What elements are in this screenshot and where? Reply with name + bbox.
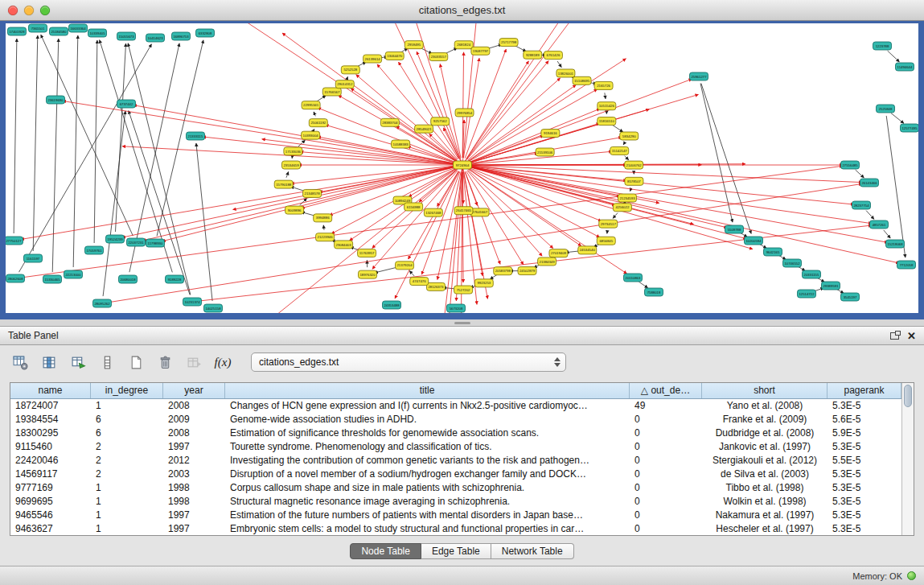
column-header-pagerank[interactable]: pagerank: [827, 383, 901, 398]
graph-node[interactable]: 15142147: [610, 146, 629, 154]
graph-node[interactable]: 24534540: [578, 246, 597, 254]
window-titlebar[interactable]: citations_edges.txt: [0, 0, 924, 21]
graph-node[interactable]: 9194616: [541, 130, 560, 138]
tab-edge-table[interactable]: Edge Table: [421, 543, 491, 559]
network-canvas[interactable]: 1740192873655012518458016633364103394051…: [6, 23, 918, 313]
graph-node[interactable]: 24353488: [383, 301, 401, 309]
graph-node[interactable]: 8578507: [625, 177, 643, 185]
graph-node[interactable]: 26139614: [363, 55, 382, 63]
graph-node[interactable]: 6156988: [405, 203, 423, 211]
graph-node[interactable]: 24502879: [518, 267, 536, 275]
graph-node[interactable]: 22037231: [127, 238, 146, 246]
graph-node[interactable]: 12577495: [901, 124, 919, 132]
panel-splitter[interactable]: [0, 319, 924, 326]
graph-node[interactable]: 15055673: [117, 32, 136, 40]
graph-node[interactable]: 27750127: [6, 237, 23, 245]
graph-node[interactable]: 21223946: [316, 233, 335, 241]
graph-node[interactable]: 21406762: [625, 161, 643, 169]
graph-node[interactable]: 28062608: [6, 274, 25, 282]
function-builder-button[interactable]: f(x): [212, 352, 233, 373]
graph-node[interactable]: 10339405: [88, 29, 107, 37]
graph-node[interactable]: 29734517: [599, 220, 618, 228]
graph-node[interactable]: 21348578: [303, 189, 322, 197]
table-mode-button[interactable]: [10, 352, 31, 373]
column-header-out_de[interactable]: △ out_de…: [630, 383, 702, 398]
new-table-button[interactable]: [125, 352, 146, 373]
table-row[interactable]: 1456911722003Disruption of a novel membe…: [10, 468, 901, 481]
graph-node[interactable]: 15108695: [573, 76, 591, 84]
graph-node[interactable]: 2681824: [454, 41, 473, 49]
graph-node[interactable]: 21384349: [538, 257, 556, 266]
table-scrollbar[interactable]: [901, 383, 914, 535]
graph-node[interactable]: 21234593: [618, 194, 636, 202]
graph-node[interactable]: 7712058: [897, 261, 916, 269]
graph-node[interactable]: 26417465: [454, 207, 473, 215]
graph-node[interactable]: 20331155: [803, 270, 821, 278]
graph-node[interactable]: 13826001: [556, 69, 575, 77]
graph-node[interactable]: 23033557: [429, 53, 448, 61]
graph-node[interactable]: 4747476: [410, 278, 429, 286]
graph-node[interactable]: 28126373: [426, 282, 445, 290]
graph-node[interactable]: 17133036: [284, 147, 302, 155]
graph-node[interactable]: 15218068: [886, 240, 905, 248]
table-row[interactable]: 1938455462009Genome-wide association stu…: [10, 413, 901, 426]
graph-node[interactable]: 21539106: [536, 148, 554, 156]
graph-node[interactable]: 9257562: [431, 117, 450, 126]
graph-node[interactable]: 29389591: [822, 282, 840, 290]
table-source-select[interactable]: citations_edges.txt: [251, 352, 566, 372]
table-row[interactable]: 2242004622012Investigating the contribut…: [10, 454, 901, 468]
graph-node[interactable]: 3994886: [314, 214, 332, 222]
graph-node[interactable]: 9724904: [454, 161, 472, 169]
graph-node[interactable]: 26143466: [860, 179, 879, 187]
graph-node[interactable]: 4256022: [613, 204, 631, 212]
graph-node[interactable]: 9189228: [166, 275, 184, 283]
column-header-name[interactable]: name: [10, 383, 91, 398]
graph-node[interactable]: 25061192: [309, 119, 327, 127]
table-row[interactable]: 946362711997Embryonic stem cells: a mode…: [10, 522, 901, 535]
graph-node[interactable]: 5509788: [725, 225, 744, 233]
graph-node[interactable]: 6761426: [544, 51, 562, 60]
graph-node[interactable]: 14025158: [204, 304, 223, 312]
close-window-button[interactable]: [8, 6, 18, 15]
graph-node[interactable]: 2959495: [405, 41, 423, 49]
graph-node[interactable]: 4857261: [870, 220, 889, 229]
zoom-window-button[interactable]: [40, 6, 50, 15]
graph-node[interactable]: 9923253: [474, 279, 493, 287]
table-row[interactable]: 911546021997Tourette syndrome. Phenomeno…: [10, 440, 901, 454]
graph-node[interactable]: 2165726: [594, 81, 613, 89]
graph-node[interactable]: 23619690: [47, 96, 65, 104]
graph-node[interactable]: 13064470: [385, 51, 404, 60]
graph-node[interactable]: 28383704: [380, 118, 399, 126]
row-height-button[interactable]: [97, 352, 117, 373]
create-column-button[interactable]: [68, 352, 88, 373]
graph-node[interactable]: 17401928: [8, 27, 27, 35]
scrollbar-thumb[interactable]: [904, 385, 912, 407]
graph-node[interactable]: 20680018: [119, 275, 138, 283]
graph-node[interactable]: 28549021: [415, 125, 433, 133]
tab-network-table[interactable]: Network Table: [491, 543, 574, 559]
table-row[interactable]: 977716911998Corpus callosum shape and si…: [10, 481, 901, 495]
graph-node[interactable]: 19087797: [471, 47, 490, 55]
graph-node[interactable]: 25184580: [50, 27, 68, 35]
column-header-title[interactable]: title: [225, 383, 630, 398]
graph-node[interactable]: 27641667: [470, 208, 489, 216]
graph-node[interactable]: 28237754: [852, 201, 871, 209]
graph-node[interactable]: 12514722: [798, 290, 816, 298]
import-table-button[interactable]: [183, 352, 204, 373]
graph-node[interactable]: 9009896: [285, 206, 304, 214]
graph-node[interactable]: 27019409: [549, 249, 568, 257]
graph-node[interactable]: 22213000: [64, 270, 83, 278]
graph-node[interactable]: 16896753: [172, 32, 191, 40]
graph-node[interactable]: 9288189: [524, 51, 542, 59]
column-header-short[interactable]: short: [702, 383, 827, 398]
graph-node[interactable]: 1161597: [24, 254, 43, 262]
graph-node[interactable]: 5252528: [341, 66, 359, 74]
graph-node[interactable]: 7588018: [645, 288, 663, 296]
graph-node[interactable]: 25717798: [499, 39, 518, 47]
delete-table-button[interactable]: [154, 352, 175, 373]
graph-node[interactable]: 11763957: [358, 249, 376, 257]
graph-node[interactable]: 18976320: [359, 270, 377, 278]
graph-node[interactable]: 15790188: [274, 180, 293, 188]
graph-node[interactable]: 3545197: [841, 293, 860, 301]
graph-node[interactable]: 21333115: [187, 132, 205, 140]
